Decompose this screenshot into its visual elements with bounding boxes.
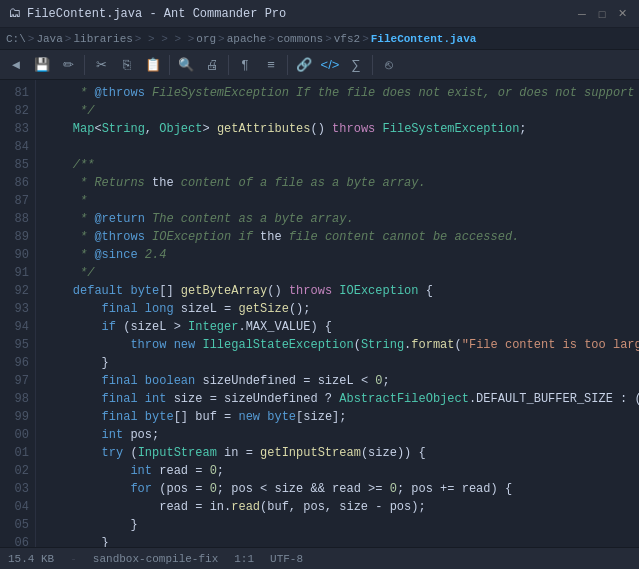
breadcrumb-vfs2[interactable]: vfs2 — [334, 33, 360, 45]
toolbar-back-button[interactable]: ◄ — [4, 53, 28, 77]
toolbar-sep5 — [372, 55, 373, 75]
toolbar-edit-button[interactable]: ✏ — [56, 53, 80, 77]
title-controls: ─ □ ✕ — [573, 5, 631, 23]
sep2: > — [65, 33, 72, 45]
status-filesize: 15.4 KB — [8, 553, 54, 565]
toolbar-save-button[interactable]: 💾 — [30, 53, 54, 77]
title-bar: 🗂 FileContent.java - Ant Commander Pro ─… — [0, 0, 639, 28]
breadcrumb: C:\ > Java > libraries > > > > > org > a… — [0, 28, 639, 50]
status-sep1: - — [70, 553, 77, 565]
toolbar-print-button[interactable]: 🖨 — [200, 53, 224, 77]
toolbar-sep2 — [169, 55, 170, 75]
sep5: > — [268, 33, 275, 45]
minimize-button[interactable]: ─ — [573, 5, 591, 23]
toolbar-copy-button[interactable]: ⎘ — [115, 53, 139, 77]
title-left: 🗂 FileContent.java - Ant Commander Pro — [8, 6, 286, 21]
toolbar-symbol-button[interactable]: ∑ — [344, 53, 368, 77]
toolbar-find-button[interactable]: 🔍 — [174, 53, 198, 77]
breadcrumb-commons[interactable]: commons — [277, 33, 323, 45]
title-text: FileContent.java - Ant Commander Pro — [27, 7, 286, 21]
breadcrumb-org[interactable]: org — [196, 33, 216, 45]
status-branch: sandbox-compile-fix — [93, 553, 218, 565]
app-icon: 🗂 — [8, 6, 21, 21]
status-position: 1:1 — [234, 553, 254, 565]
toolbar-align-button[interactable]: ≡ — [259, 53, 283, 77]
toolbar-external-button[interactable]: ⎋ — [377, 53, 401, 77]
toolbar-sep1 — [84, 55, 85, 75]
sep3: > > > > > — [135, 33, 194, 45]
toolbar-sep4 — [287, 55, 288, 75]
code-area: 8182838485868788899091929394959697989900… — [0, 80, 639, 547]
sep6: > — [325, 33, 332, 45]
sep1: > — [28, 33, 35, 45]
close-button[interactable]: ✕ — [613, 5, 631, 23]
sep4: > — [218, 33, 225, 45]
status-bar: 15.4 KB - sandbox-compile-fix 1:1 UTF-8 — [0, 547, 639, 569]
toolbar-link-button[interactable]: 🔗 — [292, 53, 316, 77]
toolbar-code-button[interactable]: </> — [318, 53, 342, 77]
code-content[interactable]: * @throws FileSystemException If the fil… — [36, 80, 639, 547]
breadcrumb-libraries[interactable]: libraries — [73, 33, 132, 45]
toolbar-format-button[interactable]: ¶ — [233, 53, 257, 77]
toolbar-cut-button[interactable]: ✂ — [89, 53, 113, 77]
breadcrumb-apache[interactable]: apache — [227, 33, 267, 45]
toolbar-sep3 — [228, 55, 229, 75]
breadcrumb-java[interactable]: Java — [36, 33, 62, 45]
breadcrumb-filename[interactable]: FileContent.java — [371, 33, 477, 45]
maximize-button[interactable]: □ — [593, 5, 611, 23]
toolbar: ◄ 💾 ✏ ✂ ⎘ 📋 🔍 🖨 ¶ ≡ 🔗 </> ∑ ⎋ — [0, 50, 639, 80]
sep7: > — [362, 33, 369, 45]
line-numbers: 8182838485868788899091929394959697989900… — [0, 80, 36, 547]
toolbar-paste-button[interactable]: 📋 — [141, 53, 165, 77]
status-encoding: UTF-8 — [270, 553, 303, 565]
breadcrumb-drive[interactable]: C:\ — [6, 33, 26, 45]
